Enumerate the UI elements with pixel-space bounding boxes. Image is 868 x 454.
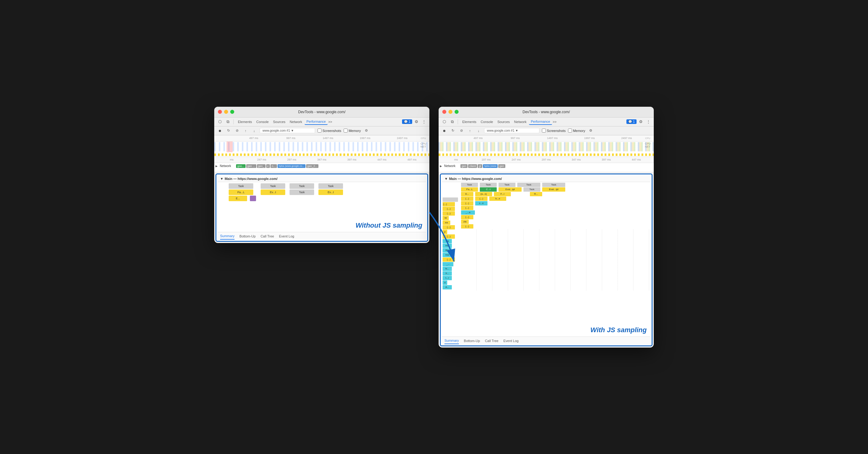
left-tab-eventlog[interactable]: Event Log [279, 234, 294, 239]
left-task-2[interactable]: Task [261, 183, 285, 189]
right-record-icon[interactable]: ⏺ [441, 127, 447, 134]
right-label-x[interactable]: X... [443, 271, 452, 276]
right-open8[interactable]: (...) [475, 197, 488, 201]
right-triangle[interactable]: ▶ [440, 165, 442, 168]
right-ua[interactable]: _...a [461, 210, 475, 215]
right-task-3[interactable]: Task [499, 183, 516, 187]
left-task-4[interactable]: Task [318, 183, 343, 189]
left-evt2[interactable]: Ev...t [318, 190, 343, 195]
right-nav-console[interactable]: Console [479, 119, 495, 124]
right-label-a[interactable]: A... [443, 285, 452, 289]
right-fl[interactable]: F...l [494, 192, 511, 196]
upload-icon[interactable]: ↑ [243, 127, 249, 134]
record-icon[interactable]: ⏺ [217, 127, 223, 134]
right-label-tr[interactable]: t...r [443, 276, 452, 280]
right-eval2[interactable]: Eval...ipt [542, 187, 565, 192]
right-mark-3: 1497 ms [534, 137, 571, 140]
right-memory-checkbox[interactable] [568, 129, 572, 133]
left-nav-performance[interactable]: Performance [305, 119, 328, 125]
right-nav-elements[interactable]: Elements [460, 119, 478, 124]
left-nav-more[interactable]: >> [328, 120, 332, 124]
layers-icon[interactable]: ⧉ [225, 119, 231, 125]
left-address-bar[interactable]: www.google.com #1 ▼ [260, 128, 315, 133]
more-icon[interactable]: ⋮ [421, 119, 427, 125]
minimize-button[interactable] [224, 110, 228, 114]
maximize-button[interactable] [230, 110, 234, 114]
left-tab-bottomup[interactable]: Bottom-Up [240, 234, 256, 239]
right-label-d[interactable]: d [443, 281, 447, 285]
right-minimize-button[interactable] [448, 110, 453, 114]
left-flame-row-1: Task Task Task Task [219, 183, 425, 189]
left-task-3[interactable]: Task [289, 183, 314, 189]
left-nav-elements[interactable]: Elements [236, 119, 254, 124]
right-download-icon[interactable]: ↓ [475, 127, 482, 134]
left-purple-1[interactable] [250, 196, 256, 201]
right-ze[interactable]: z...e [475, 201, 488, 205]
left-main-triangle[interactable]: ▼ [220, 177, 223, 180]
right-task-1[interactable]: Task [461, 183, 478, 187]
right-nav-performance[interactable]: Performance [529, 119, 552, 125]
right-settings-icon[interactable]: ⚙ [638, 119, 644, 125]
left-nav-network[interactable]: Network [288, 119, 304, 124]
right-task-5[interactable]: Task [542, 183, 565, 187]
right-nav-sources[interactable]: Sources [495, 119, 512, 124]
right-e[interactable]: E... [461, 192, 473, 196]
right-tab-bottomup[interactable]: Bottom-Up [464, 339, 480, 344]
right-clear-icon[interactable]: ⊘ [458, 127, 464, 134]
right-ct[interactable]: C...t [480, 187, 497, 192]
right-pal[interactable]: Pa...L [461, 187, 478, 192]
left-e[interactable]: E... [229, 196, 247, 201]
clear-icon[interactable]: ⊘ [234, 127, 240, 134]
settings2-icon[interactable]: ⚙ [363, 127, 369, 134]
right-open7[interactable]: (...) [461, 197, 473, 201]
cursor-icon[interactable]: ⬡ [217, 119, 223, 125]
right-more-icon[interactable]: ⋮ [645, 119, 651, 125]
chat-badge[interactable]: 💬 1 [402, 119, 412, 124]
right-r[interactable]: R... [530, 192, 542, 196]
right-label-open1[interactable]: (...) [443, 202, 455, 206]
left-triangle[interactable]: ▶ [215, 165, 218, 168]
left-task-1[interactable]: Task [229, 183, 253, 189]
right-settings2-icon[interactable]: ⚙ [588, 127, 594, 134]
right-layers-icon[interactable]: ⧉ [449, 119, 455, 125]
right-as[interactable]: (a...s) [475, 192, 492, 196]
close-button[interactable] [218, 110, 222, 114]
right-eval1[interactable]: Eval...ipt [499, 187, 522, 192]
right-open9[interactable]: (...) [461, 201, 473, 205]
right-upload-icon[interactable]: ↑ [467, 127, 473, 134]
right-cursor-icon[interactable]: ⬡ [441, 119, 447, 125]
left-task-5[interactable]: Task [289, 190, 314, 195]
right-open11[interactable]: (...) [461, 215, 473, 219]
right-tab-eventlog[interactable]: Event Log [503, 339, 519, 344]
right-screenshots-checkbox[interactable] [542, 129, 546, 133]
right-nav-network[interactable]: Network [513, 119, 528, 124]
left-mark-1: 497 ms [235, 137, 272, 140]
left-evt[interactable]: Ev...t [261, 190, 285, 195]
download-icon[interactable]: ↓ [251, 127, 257, 134]
right-open12[interactable]: (...) [461, 224, 473, 229]
left-pal[interactable]: Pa...L [229, 190, 253, 195]
right-refresh-icon[interactable]: ↻ [450, 127, 456, 134]
right-zla2[interactable]: zla [461, 220, 469, 224]
right-nav-more[interactable]: >> [553, 120, 557, 124]
left-tab-summary[interactable]: Summary [220, 234, 235, 239]
right-task6[interactable]: Task [523, 187, 540, 192]
left-nav-console[interactable]: Console [254, 119, 271, 124]
screenshots-checkbox[interactable] [317, 129, 321, 133]
right-address-bar[interactable]: www.google.com #1 ▼ [484, 128, 539, 133]
right-chat-badge[interactable]: 💬 1 [626, 119, 637, 124]
right-tab-calltree[interactable]: Call Tree [485, 339, 499, 344]
right-close-button[interactable] [442, 110, 446, 114]
left-tab-calltree[interactable]: Call Tree [261, 234, 274, 239]
right-main-triangle[interactable]: ▼ [444, 177, 448, 180]
settings-icon[interactable]: ⚙ [413, 119, 420, 125]
right-open10[interactable]: (...) [461, 206, 473, 210]
right-maximize-button[interactable] [455, 110, 459, 114]
right-tab-summary[interactable]: Summary [444, 339, 459, 344]
right-task-4[interactable]: Task [517, 183, 540, 187]
right-be[interactable]: b...e [489, 197, 506, 201]
memory-checkbox[interactable] [344, 129, 348, 133]
right-task-2[interactable]: Task [480, 183, 497, 187]
refresh-icon[interactable]: ↻ [225, 127, 231, 134]
left-nav-sources[interactable]: Sources [271, 119, 287, 124]
